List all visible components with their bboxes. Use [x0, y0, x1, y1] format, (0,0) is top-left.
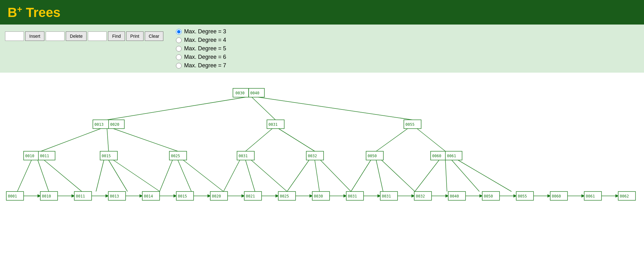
- leaf-text-0014: 0014: [144, 194, 153, 198]
- title-superscript: +: [17, 4, 22, 14]
- leaf-text-0031a: 0031: [348, 194, 357, 198]
- degree-5-option[interactable]: Max. Degree = 5: [176, 45, 226, 52]
- leaf-arrow-0010: [72, 195, 74, 197]
- print-button[interactable]: Print: [126, 31, 144, 41]
- leaf-text-0062: 0062: [620, 194, 629, 198]
- leaf-arrow-0040: [480, 195, 482, 197]
- find-input[interactable]: [88, 31, 107, 41]
- l2-key-0013: 0013: [94, 122, 104, 127]
- delete-button[interactable]: Delete: [66, 31, 87, 41]
- leaf-text-0025: 0025: [280, 194, 289, 198]
- degree-6-option[interactable]: Max. Degree = 6: [176, 54, 226, 60]
- svg-line-15: [113, 160, 160, 192]
- svg-line-4: [107, 129, 109, 151]
- leaf-text-0061: 0061: [586, 194, 595, 198]
- leaf-arrow-0055: [548, 195, 550, 197]
- leaf-text-0020: 0020: [212, 194, 221, 198]
- l3-key-0060: 0060: [432, 154, 441, 158]
- svg-line-28: [415, 160, 439, 192]
- leaf-arrow-0061: [616, 195, 618, 197]
- leaf-text-0013: 0013: [110, 194, 119, 198]
- clear-button[interactable]: Clear: [145, 31, 163, 41]
- svg-line-16: [160, 160, 172, 192]
- l3-key-0050: 0050: [368, 154, 377, 158]
- degree-4-option[interactable]: Max. Degree = 4: [176, 37, 226, 43]
- svg-line-12: [44, 160, 82, 192]
- svg-line-22: [287, 160, 309, 192]
- svg-line-26: [376, 160, 383, 192]
- svg-line-20: [246, 160, 255, 192]
- controls-bar: Insert Delete Find Print Clear Max. Degr…: [0, 25, 644, 73]
- leaf-arrow-0032: [446, 195, 448, 197]
- svg-line-31: [458, 160, 511, 192]
- svg-line-3: [41, 129, 101, 151]
- l3-key-0015: 0015: [102, 154, 111, 158]
- degree-7-radio[interactable]: [176, 63, 182, 69]
- leaf-arrow-0020: [242, 195, 244, 197]
- degree-3-option[interactable]: Max. Degree = 3: [176, 28, 226, 35]
- leaf-text-0031b: 0031: [382, 194, 391, 198]
- svg-line-25: [351, 160, 371, 192]
- degree-4-label: Max. Degree = 4: [184, 37, 226, 43]
- l3-key-0061: 0061: [447, 154, 456, 158]
- svg-line-7: [279, 129, 315, 151]
- svg-line-19: [223, 160, 240, 192]
- leaf-arrow-0060: [582, 195, 584, 197]
- l2-key-0020: 0020: [110, 122, 119, 127]
- l2-key-0055: 0055: [405, 122, 415, 127]
- title-suffix: Trees: [22, 5, 60, 20]
- svg-line-8: [376, 129, 408, 151]
- leaf-text-0015: 0015: [178, 194, 187, 198]
- find-button[interactable]: Find: [108, 31, 125, 41]
- degree-3-label: Max. Degree = 3: [184, 28, 226, 35]
- leaf-arrow-0031a: [378, 195, 380, 197]
- degree-5-radio[interactable]: [176, 46, 182, 52]
- delete-input[interactable]: [46, 31, 65, 41]
- l3-key-0032: 0032: [308, 154, 317, 158]
- l3-key-0025: 0025: [171, 154, 180, 158]
- leaf-text-0050: 0050: [484, 194, 493, 198]
- leaf-text-0030: 0030: [314, 194, 323, 198]
- degree-5-label: Max. Degree = 5: [184, 45, 226, 52]
- degree-options: Max. Degree = 3 Max. Degree = 4 Max. Deg…: [176, 28, 226, 69]
- svg-line-24: [320, 160, 351, 192]
- leaf-text-0055: 0055: [518, 194, 527, 198]
- insert-button[interactable]: Insert: [25, 31, 44, 41]
- degree-7-option[interactable]: Max. Degree = 7: [176, 62, 226, 69]
- leaf-arrow-0014: [174, 195, 176, 197]
- leaf-text-0032: 0032: [416, 194, 425, 198]
- tree-svg: 0030 0040 0013 0020 0031 0055 0010 0011 …: [0, 73, 644, 249]
- svg-line-10: [17, 160, 31, 192]
- leaf-arrow-0015: [208, 195, 210, 197]
- svg-line-14: [109, 160, 127, 192]
- leaf-text-0021: 0021: [246, 194, 255, 198]
- l3-key-0011: 0011: [40, 154, 49, 158]
- controls-left: Insert Delete Find Print Clear: [5, 31, 163, 41]
- leaf-arrow-0030: [344, 195, 346, 197]
- svg-line-13: [96, 160, 104, 192]
- degree-3-radio[interactable]: [176, 29, 182, 35]
- page-title: B+ Trees: [8, 4, 636, 20]
- svg-line-23: [315, 160, 319, 192]
- tree-area: 0030 0040 0013 0020 0031 0055 0010 0011 …: [0, 73, 644, 249]
- insert-input[interactable]: [5, 31, 24, 41]
- leaf-arrow-0021: [276, 195, 278, 197]
- leaf-arrow-0031b: [412, 195, 414, 197]
- svg-line-6: [246, 129, 272, 151]
- l3-key-0010: 0010: [25, 154, 34, 158]
- svg-line-9: [417, 129, 445, 151]
- svg-line-5: [113, 129, 178, 151]
- svg-line-0: [107, 97, 246, 120]
- degree-6-label: Max. Degree = 6: [184, 54, 226, 60]
- l3-key-0031-b: 0031: [239, 154, 248, 158]
- leaf-text-0060: 0060: [552, 194, 561, 198]
- svg-line-30: [452, 160, 479, 192]
- leaf-arrow-0001: [38, 195, 40, 197]
- degree-6-radio[interactable]: [176, 54, 182, 60]
- header: B+ Trees: [0, 0, 644, 25]
- l2-key-0031: 0031: [268, 122, 278, 127]
- leaf-text-0001: 0001: [8, 194, 17, 198]
- leaf-arrow-0050: [514, 195, 516, 197]
- root-key2: 0040: [250, 91, 259, 95]
- degree-4-radio[interactable]: [176, 37, 182, 43]
